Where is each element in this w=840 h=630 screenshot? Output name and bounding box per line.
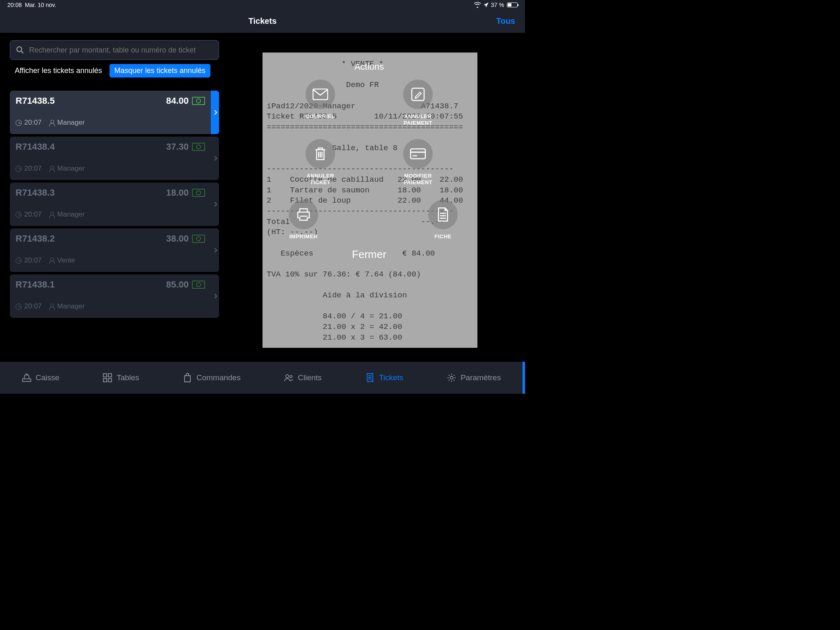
nav-caisse[interactable]: Caisse: [22, 373, 59, 383]
document-icon: [437, 207, 449, 222]
page-title: Tickets: [249, 16, 277, 26]
ticket-id: R71438.3: [16, 187, 55, 198]
svg-point-13: [290, 375, 292, 378]
cash-icon: [192, 189, 205, 197]
chevron-right-icon: [211, 183, 219, 226]
action-cancel-ticket-button[interactable]: ANNULER TICKET: [306, 139, 335, 186]
action-email-button[interactable]: COURRIEL: [306, 80, 335, 127]
status-right: 37 %: [474, 2, 518, 8]
action-print-button[interactable]: IMPRIMER: [289, 200, 318, 240]
ticket-id: R71438.1: [16, 279, 55, 290]
ticket-time: 20:07: [16, 210, 42, 219]
action-modify-payment-button[interactable]: MODIFIER PAIEMENT: [403, 139, 433, 186]
ticket-id: R71438.2: [16, 233, 55, 244]
cash-icon: [192, 97, 205, 105]
ticket-amount: 38.00: [166, 233, 189, 244]
ticket-user: Manager: [49, 119, 85, 127]
cash-icon: [192, 143, 205, 151]
card-icon: [410, 148, 426, 160]
nav-clients[interactable]: Clients: [284, 373, 322, 383]
show-cancelled-button[interactable]: Afficher les tickets annulés: [10, 64, 107, 78]
svg-point-12: [286, 375, 289, 378]
action-fiche-button[interactable]: FICHE: [428, 200, 458, 240]
hide-cancelled-button[interactable]: Masquer les tickets annulés: [110, 64, 210, 78]
ticket-time: 20:07: [16, 302, 42, 310]
ticket-item[interactable]: R71438.1 85.00 20:07 Manager: [10, 274, 219, 318]
chevron-right-icon: [211, 228, 219, 272]
ticket-amount: 85.00: [166, 279, 189, 290]
cash-icon: [192, 281, 205, 289]
cash-icon: [192, 235, 205, 243]
search-icon: [16, 46, 24, 54]
ticket-id: R71438.4: [16, 142, 55, 152]
status-left: 20:08 Mar. 10 nov.: [7, 2, 56, 8]
ticket-item[interactable]: R71438.4 37.30 20:07 Manager: [10, 137, 219, 180]
edit-icon: [411, 87, 425, 101]
printer-icon: [296, 208, 311, 221]
wifi-icon: [474, 2, 481, 8]
user-icon: [49, 258, 55, 263]
gear-icon: [447, 373, 457, 383]
svg-rect-4: [411, 149, 425, 159]
svg-point-14: [450, 377, 453, 379]
close-actions-button[interactable]: Fermer: [287, 248, 451, 261]
ticket-amount: 37.30: [166, 142, 189, 152]
action-cancel-payment-button[interactable]: ANNULER PAIEMENT: [403, 80, 433, 127]
clock-icon: [16, 304, 22, 310]
user-icon: [49, 166, 55, 171]
users-icon: [284, 373, 294, 383]
nav-parametres[interactable]: Paramètres: [447, 373, 501, 383]
nav-commandes[interactable]: Commandes: [183, 373, 241, 383]
grid-icon: [103, 373, 112, 383]
ticket-amount: 18.00: [166, 187, 189, 198]
bottom-nav: Caisse Tables Commandes Clients Tickets …: [0, 362, 525, 394]
bag-icon: [183, 373, 192, 383]
clock-icon: [16, 258, 22, 264]
user-icon: [49, 120, 55, 126]
ticket-item[interactable]: R71438.3 18.00 20:07 Manager: [10, 183, 219, 226]
nav-tickets[interactable]: Tickets: [365, 373, 403, 383]
envelope-icon: [313, 89, 328, 100]
ticket-item[interactable]: R71438.5 84.00 20:07 Manager: [10, 91, 219, 134]
clock-icon: [16, 212, 22, 218]
user-icon: [49, 212, 55, 217]
chevron-right-icon: [211, 274, 219, 318]
svg-rect-11: [108, 379, 112, 382]
ticket-time: 20:07: [16, 164, 42, 173]
header-bar: Tickets Tous: [0, 9, 525, 33]
svg-point-0: [17, 47, 22, 52]
svg-rect-7: [23, 379, 31, 381]
ticket-user: Vente: [49, 256, 75, 265]
ticket-amount: 84.00: [166, 96, 189, 106]
ticket-user: Manager: [49, 302, 85, 310]
receipt-icon: [365, 373, 375, 383]
ticket-id: R71438.5: [16, 96, 55, 106]
user-icon: [49, 304, 55, 309]
chevron-right-icon: [211, 91, 219, 134]
ticket-time: 20:07: [16, 119, 42, 127]
trash-icon: [314, 146, 327, 161]
search-box[interactable]: [10, 40, 219, 60]
ticket-user: Manager: [49, 164, 85, 173]
ticket-list: R71438.5 84.00 20:07 Manager R71438.4 37…: [10, 91, 219, 318]
left-pane: Afficher les tickets annulés Masquer les…: [0, 33, 219, 320]
svg-rect-9: [108, 374, 112, 377]
status-bar: 20:08 Mar. 10 nov. 37 %: [0, 0, 525, 9]
battery-icon: [507, 2, 518, 7]
ticket-time: 20:07: [16, 256, 42, 265]
actions-overlay: Actions COURRIEL ANNULER PAIEMENT ANNULE…: [287, 62, 451, 261]
location-icon: [483, 2, 489, 8]
actions-title: Actions: [287, 62, 451, 72]
clock-icon: [16, 120, 22, 126]
cancelled-toggle: Afficher les tickets annulés Masquer les…: [10, 64, 219, 78]
chevron-right-icon: [211, 137, 219, 180]
nav-tables[interactable]: Tables: [103, 373, 139, 383]
register-icon: [22, 373, 32, 383]
ticket-item[interactable]: R71438.2 38.00 20:07 Vente: [10, 228, 219, 272]
svg-line-1: [21, 51, 23, 53]
clock-icon: [16, 166, 22, 172]
svg-rect-10: [103, 379, 107, 382]
svg-rect-8: [103, 374, 107, 377]
search-input[interactable]: [29, 46, 213, 55]
filter-all-button[interactable]: Tous: [496, 16, 515, 26]
